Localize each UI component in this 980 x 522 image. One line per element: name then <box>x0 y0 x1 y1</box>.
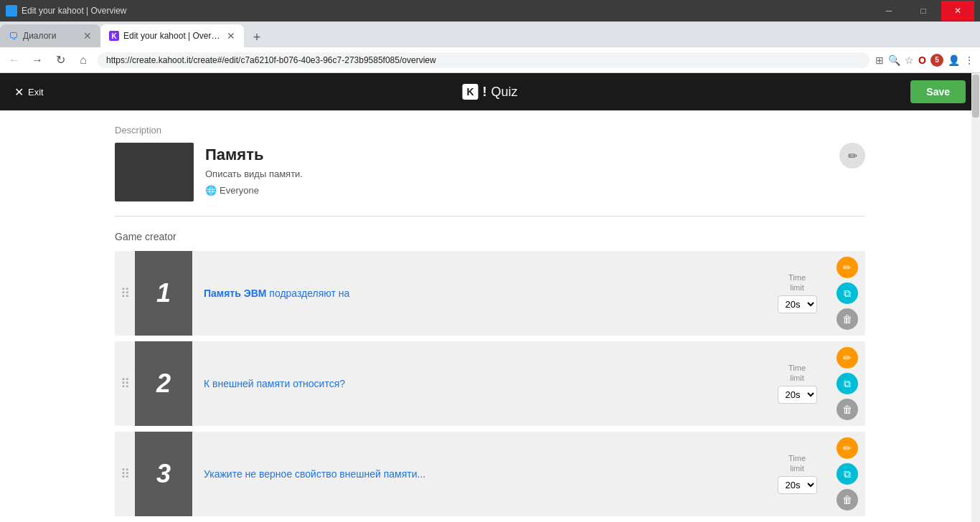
tab-kahoot-close[interactable]: ✕ <box>227 30 235 42</box>
delete-button-3[interactable]: 🗑 <box>837 489 858 511</box>
question-text-2: К внешней памяти относится? <box>204 378 345 389</box>
copy-icon-3: ⧉ <box>844 468 851 480</box>
window-controls: ─ □ ✕ <box>872 1 974 21</box>
question-text-area-2[interactable]: К внешней памяти относится? <box>192 341 765 426</box>
quiz-label: Quiz <box>491 85 517 100</box>
k-logo: K <box>462 84 478 100</box>
time-select-1[interactable]: 20s5s10s30s60s <box>778 295 817 313</box>
tab-kahoot-label: Edit your kahoot | Overview <box>123 31 222 41</box>
description-visibility: 🌐 Everyone <box>205 185 865 196</box>
question-number-3: 3 <box>156 459 171 489</box>
tab-dialogi-label: Диалоги <box>23 31 79 41</box>
menu-icon[interactable]: ⋮ <box>964 54 974 66</box>
tab-kahoot[interactable]: K Edit your kahoot | Overview ✕ <box>100 24 244 47</box>
time-limit-label-1: Timelimit <box>788 273 806 292</box>
question-row-3: ⠿ 3 Укажите не верное свойство внешней п… <box>115 432 865 516</box>
copy-button-3[interactable]: ⧉ <box>837 463 858 485</box>
copy-button-2[interactable]: ⧉ <box>837 373 858 394</box>
time-select-2[interactable]: 20s5s10s30s60s <box>778 386 817 404</box>
edit-button-1[interactable]: ✏ <box>837 257 858 278</box>
title-bar: Edit your kahoot | Overview ─ □ ✕ <box>0 0 980 22</box>
translate-icon[interactable]: ⊞ <box>875 54 884 66</box>
description-label: Description <box>115 125 865 136</box>
time-select-3[interactable]: 20s5s10s30s60s <box>778 476 817 494</box>
question-text-area-3[interactable]: Укажите не верное свойство внешней памят… <box>192 432 765 516</box>
opera-icon[interactable]: O <box>918 54 926 66</box>
description-info: Память Описать виды памяти. 🌐 Everyone <box>205 143 865 196</box>
question-actions-3: ✏ ⧉ 🗑 <box>829 432 865 516</box>
globe-icon: 🌐 <box>205 185 217 196</box>
home-button[interactable]: ⌂ <box>75 52 92 69</box>
game-creator-label: Game creator <box>115 231 865 242</box>
description-title: Память <box>205 146 865 164</box>
minimize-btn[interactable]: ─ <box>872 1 905 21</box>
delete-icon-1: 🗑 <box>842 313 852 325</box>
logo-area: K ! Quiz <box>462 84 517 100</box>
close-btn[interactable]: ✕ <box>941 1 974 21</box>
back-button[interactable]: ← <box>6 52 23 69</box>
q1-prefix: Память ЭВМ <box>204 288 266 299</box>
description-subtitle: Описать виды памяти. <box>205 169 865 179</box>
save-button[interactable]: Save <box>910 80 966 103</box>
scrollbar-track <box>971 73 980 522</box>
question-number-box-3: 3 <box>135 432 192 516</box>
tab-dialogi-icon: 🗨 <box>9 31 19 41</box>
address-bar: ← → ↻ ⌂ ⊞ 🔍 ☆ O 5 👤 ⋮ <box>0 47 980 73</box>
maximize-btn[interactable]: □ <box>907 1 940 21</box>
question-text-area-1[interactable]: Память ЭВМ подразделяют на <box>192 251 765 336</box>
visibility-label: Everyone <box>220 185 259 196</box>
edit-icon-2: ✏ <box>843 352 852 364</box>
edit-button-2[interactable]: ✏ <box>837 347 858 369</box>
question-text-1: Память ЭВМ подразделяют на <box>204 288 349 299</box>
description-edit-button[interactable]: ✏ <box>839 143 865 169</box>
tab-dialogi[interactable]: 🗨 Диалоги ✕ <box>0 24 100 47</box>
drag-handle-2[interactable]: ⠿ <box>115 341 135 426</box>
account-icon[interactable]: 👤 <box>948 54 960 66</box>
delete-button-2[interactable]: 🗑 <box>837 399 858 420</box>
reload-button[interactable]: ↻ <box>52 52 69 69</box>
drag-handle-3[interactable]: ⠿ <box>115 432 135 516</box>
tab-kahoot-icon: K <box>109 31 119 41</box>
pencil-icon: ✏ <box>848 149 857 163</box>
address-input[interactable] <box>98 52 870 68</box>
time-limit-label-2: Timelimit <box>788 364 806 382</box>
app-header: ✕ Exit K ! Quiz Save <box>0 73 980 110</box>
game-creator-section: Game creator ⠿ 1 Память ЭВМ подразделяют… <box>115 231 865 522</box>
question-actions-2: ✏ ⧉ 🗑 <box>829 341 865 426</box>
main-content: Description Память Описать виды памяти. … <box>0 110 980 522</box>
copy-icon-2: ⧉ <box>844 378 851 390</box>
scrollbar-thumb[interactable] <box>972 75 979 118</box>
question-number-box-1: 1 <box>135 251 192 336</box>
exit-button[interactable]: ✕ Exit <box>14 85 44 99</box>
question-number-box-2: 2 <box>135 341 192 426</box>
question-row: ⠿ 1 Память ЭВМ подразделяют на Timelimit… <box>115 251 865 336</box>
delete-icon-2: 🗑 <box>842 404 852 415</box>
search-icon[interactable]: 🔍 <box>888 54 900 66</box>
edit-icon-1: ✏ <box>843 262 852 273</box>
question-controls-2: Timelimit 20s5s10s30s60s <box>765 341 829 426</box>
question-actions-1: ✏ ⧉ 🗑 <box>829 251 865 336</box>
bookmark-icon[interactable]: ☆ <box>905 54 914 66</box>
exclaim-icon: ! <box>482 85 486 100</box>
browser-title: Edit your kahoot | Overview <box>22 6 127 16</box>
copy-icon-1: ⧉ <box>844 288 851 300</box>
forward-button[interactable]: → <box>29 52 46 69</box>
question-number-1: 1 <box>156 278 171 308</box>
q1-suffix: подразделяют на <box>266 288 349 299</box>
drag-handle-1[interactable]: ⠿ <box>115 251 135 336</box>
exit-label: Exit <box>28 87 44 98</box>
description-thumbnail <box>115 143 194 201</box>
edit-button-3[interactable]: ✏ <box>837 437 858 459</box>
description-section: Description Память Описать виды памяти. … <box>115 125 865 217</box>
time-limit-label-3: Timelimit <box>788 454 806 473</box>
question-text-3: Укажите не верное свойство внешней памят… <box>204 468 425 480</box>
delete-button-1[interactable]: 🗑 <box>837 308 858 330</box>
tab-dialogi-close[interactable]: ✕ <box>83 30 92 42</box>
new-tab-button[interactable]: + <box>247 27 267 47</box>
delete-icon-3: 🗑 <box>842 494 852 506</box>
question-row-2: ⠿ 2 К внешней памяти относится? Timelimi… <box>115 341 865 426</box>
tab-bar: 🗨 Диалоги ✕ K Edit your kahoot | Overvie… <box>0 22 980 47</box>
description-card: Память Описать виды памяти. 🌐 Everyone ✏ <box>115 143 865 217</box>
browser-chrome: Edit your kahoot | Overview ─ □ ✕ 🗨 Диал… <box>0 0 980 73</box>
copy-button-1[interactable]: ⧉ <box>837 283 858 304</box>
